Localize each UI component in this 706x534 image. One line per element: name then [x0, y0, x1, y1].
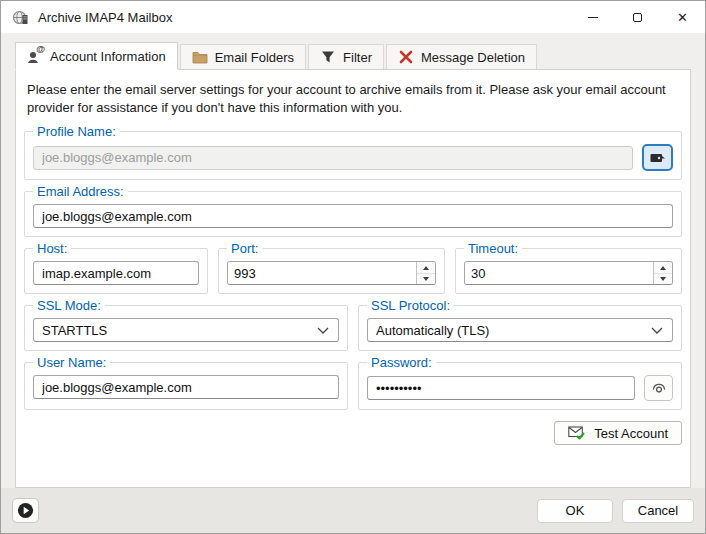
host-port-timeout-row: Host: Port: Timeout: [24, 248, 682, 305]
test-account-label: Test Account [594, 426, 668, 441]
account-information-page: Please enter the email server settings f… [15, 69, 691, 488]
eye-icon [651, 381, 667, 395]
close-icon: ✕ [677, 11, 688, 24]
ssl-row: SSL Mode: STARTTLS SSL Protocol: Automat… [24, 305, 682, 362]
host-group: Host: [24, 248, 208, 294]
title-bar: Archive IMAP4 Mailbox ✕ [1, 1, 705, 33]
credentials-row: User Name: Password: [24, 362, 682, 421]
port-spinner [227, 261, 436, 285]
tab-strip: @ Account Information Email Folders Filt… [1, 41, 705, 69]
help-video-button[interactable] [12, 498, 39, 523]
cancel-button[interactable]: Cancel [622, 499, 694, 523]
window-title: Archive IMAP4 Mailbox [38, 10, 570, 25]
folder-icon [192, 49, 208, 65]
intro-text: Please enter the email server settings f… [27, 81, 679, 117]
tab-account-information[interactable]: @ Account Information [15, 42, 178, 70]
ssl-mode-group: SSL Mode: STARTTLS [24, 305, 348, 351]
ssl-mode-value: STARTTLS [42, 323, 107, 338]
play-icon [17, 502, 34, 519]
envelope-check-icon [568, 426, 585, 440]
tab-label: Filter [343, 50, 372, 65]
timeout-label: Timeout: [464, 241, 522, 256]
timeout-decrement-button[interactable] [654, 273, 672, 285]
password-group: Password: [358, 362, 682, 410]
tab-email-folders[interactable]: Email Folders [180, 44, 306, 69]
ssl-mode-label: SSL Mode: [33, 298, 105, 313]
port-label: Port: [227, 241, 262, 256]
window-controls: ✕ [570, 1, 705, 33]
ssl-protocol-group: SSL Protocol: Automatically (TLS) [358, 305, 682, 351]
email-address-input[interactable] [33, 204, 673, 228]
rename-profile-button[interactable] [642, 144, 673, 171]
minimize-button[interactable] [570, 1, 615, 33]
tab-label: Account Information [50, 49, 166, 64]
tab-label: Email Folders [215, 50, 294, 65]
timeout-spinner [464, 261, 673, 285]
minimize-icon [588, 17, 598, 18]
ssl-protocol-label: SSL Protocol: [367, 298, 454, 313]
ok-button[interactable]: OK [537, 499, 613, 523]
user-name-input[interactable] [33, 375, 339, 399]
red-x-icon [398, 49, 414, 65]
ssl-mode-select[interactable]: STARTTLS [33, 318, 339, 342]
port-input[interactable] [228, 262, 416, 284]
timeout-increment-button[interactable] [654, 262, 672, 273]
reveal-password-button[interactable] [644, 375, 673, 401]
rename-icon [650, 152, 666, 164]
email-address-label: Email Address: [33, 184, 128, 199]
password-input[interactable] [367, 376, 635, 400]
profile-name-group: Profile Name: [24, 131, 682, 180]
ssl-protocol-value: Automatically (TLS) [376, 323, 489, 338]
footer-bar: OK Cancel [1, 488, 705, 533]
host-input[interactable] [33, 261, 199, 285]
port-increment-button[interactable] [417, 262, 435, 273]
password-label: Password: [367, 355, 436, 370]
maximize-button[interactable] [615, 1, 660, 33]
tab-filter[interactable]: Filter [308, 44, 384, 69]
tab-message-deletion[interactable]: Message Deletion [386, 44, 537, 69]
down-arrow-icon [423, 277, 429, 281]
test-account-row: Test Account [24, 421, 682, 445]
email-address-group: Email Address: [24, 191, 682, 237]
user-at-icon: @ [27, 48, 43, 64]
port-spin-buttons [416, 262, 435, 284]
tab-label: Message Deletion [421, 50, 525, 65]
chevron-down-icon [317, 327, 329, 334]
down-arrow-icon [660, 277, 666, 281]
app-icon [12, 9, 29, 26]
host-label: Host: [33, 241, 71, 256]
dialog-window: Archive IMAP4 Mailbox ✕ @ Account Inform… [0, 0, 706, 534]
port-group: Port: [218, 248, 445, 294]
timeout-spin-buttons [653, 262, 672, 284]
close-button[interactable]: ✕ [660, 1, 705, 33]
timeout-input[interactable] [465, 262, 653, 284]
test-account-button[interactable]: Test Account [554, 421, 682, 445]
filter-icon [320, 49, 336, 65]
up-arrow-icon [423, 266, 429, 270]
port-decrement-button[interactable] [417, 273, 435, 285]
profile-name-input[interactable] [33, 146, 633, 170]
profile-name-label: Profile Name: [33, 124, 120, 139]
timeout-group: Timeout: [455, 248, 682, 294]
up-arrow-icon [660, 266, 666, 270]
user-name-group: User Name: [24, 362, 348, 410]
ssl-protocol-select[interactable]: Automatically (TLS) [367, 318, 673, 342]
chevron-down-icon [651, 327, 663, 334]
maximize-icon [633, 13, 642, 22]
user-name-label: User Name: [33, 355, 110, 370]
